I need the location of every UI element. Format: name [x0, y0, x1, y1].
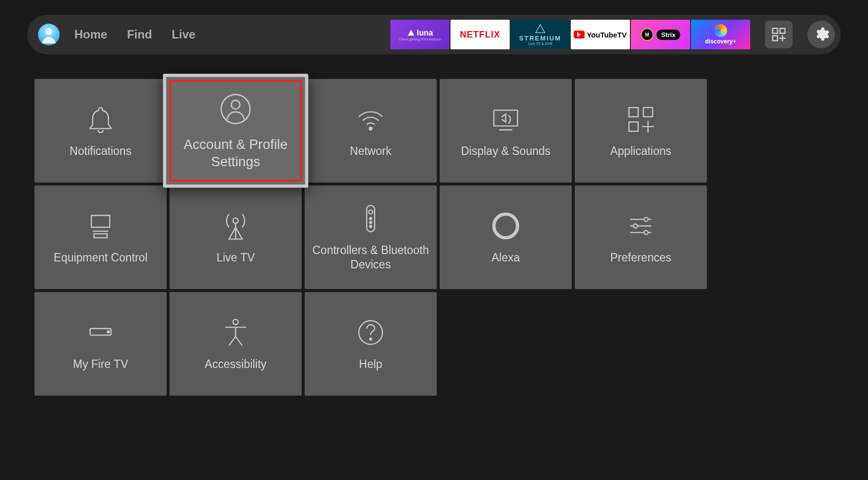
settings-tile-myfiretv[interactable]: My Fire TV [35, 292, 167, 396]
svg-point-39 [370, 338, 372, 340]
nav-links: Home Find Live [74, 28, 195, 41]
settings-tile-help[interactable]: Help [305, 292, 437, 396]
nav-home[interactable]: Home [74, 28, 107, 41]
app-stremium-sub: Live TV & DVR [528, 42, 553, 45]
svg-point-24 [494, 214, 518, 238]
settings-button[interactable] [807, 21, 835, 48]
settings-tile-display[interactable]: Display & Sounds [440, 79, 572, 183]
app-strix[interactable]: M Strix [631, 20, 690, 49]
sliders-icon [625, 210, 657, 242]
youtube-icon [574, 31, 585, 38]
nav-live[interactable]: Live [172, 28, 195, 41]
wifi-icon [355, 104, 386, 135]
settings-tile-label: Accessibility [205, 357, 266, 371]
profile-avatar[interactable] [38, 24, 60, 45]
stremium-icon [535, 24, 546, 35]
settings-tile-label: Live TV [216, 251, 255, 265]
app-luna-label: luna [417, 29, 433, 37]
settings-tile-applications[interactable]: Applications [575, 79, 707, 183]
alexa-icon [490, 210, 521, 242]
settings-tile-label: Alexa [491, 251, 520, 265]
strix-icon: M [641, 28, 654, 41]
accessibility-icon [220, 317, 251, 348]
app-shortcut-row: luna Cloud gaming from amazon NETFLIX ST… [390, 20, 750, 49]
app-netflix-label: NETFLIX [460, 30, 500, 40]
person-icon [218, 92, 253, 126]
nav-find[interactable]: Find [127, 28, 152, 41]
svg-rect-1 [773, 29, 778, 34]
svg-point-23 [370, 225, 372, 227]
svg-rect-9 [629, 108, 638, 117]
svg-rect-16 [94, 234, 107, 238]
app-youtubetv-label: YouTubeTV [587, 31, 626, 39]
svg-rect-14 [91, 215, 109, 227]
svg-rect-10 [643, 108, 653, 117]
svg-point-26 [644, 217, 648, 221]
app-netflix[interactable]: NETFLIX [451, 20, 510, 49]
svg-rect-3 [773, 36, 778, 41]
top-navigation-bar: Home Find Live luna Cloud gaming from am… [27, 15, 841, 54]
apps-grid-icon [771, 27, 786, 42]
settings-tile-label: Applications [610, 144, 671, 158]
settings-tile-label: Controllers & Bluetooth Devices [312, 243, 430, 272]
svg-line-37 [236, 336, 242, 346]
settings-tile-label: Notifications [69, 144, 131, 158]
svg-point-28 [633, 224, 637, 228]
settings-tile-account[interactable]: Account & Profile Settings [163, 74, 309, 188]
svg-point-30 [644, 230, 648, 234]
settings-tile-notifications[interactable]: Notifications [35, 79, 167, 183]
svg-point-33 [233, 319, 239, 325]
luna-icon [407, 29, 415, 37]
apps-grid-button[interactable] [765, 21, 793, 48]
svg-rect-11 [629, 122, 638, 131]
app-discovery-label: discovery+ [705, 38, 736, 45]
app-youtubetv[interactable]: YouTubeTV [571, 20, 630, 49]
help-icon [355, 317, 386, 348]
svg-point-32 [107, 331, 109, 332]
settings-tile-equipment[interactable]: Equipment Control [35, 185, 167, 289]
settings-tile-label: Equipment Control [54, 251, 148, 265]
svg-point-21 [370, 218, 372, 220]
svg-point-20 [369, 210, 373, 214]
settings-tile-alexa[interactable]: Alexa [440, 185, 572, 289]
gear-icon [813, 26, 830, 43]
discovery-icon [714, 24, 727, 37]
firetv-icon [85, 317, 116, 348]
svg-point-5 [231, 100, 240, 109]
svg-point-22 [370, 222, 372, 223]
settings-tile-label: Network [350, 144, 391, 158]
apps-icon [625, 104, 657, 135]
svg-line-36 [229, 336, 236, 346]
bell-icon [85, 104, 116, 135]
app-stremium-label: STREMIUM [519, 35, 561, 42]
settings-tile-livetv[interactable]: Live TV [170, 185, 302, 289]
remote-icon [355, 203, 386, 234]
settings-tile-controllers[interactable]: Controllers & Bluetooth Devices [305, 185, 437, 289]
antenna-icon [220, 210, 251, 242]
settings-tile-preferences[interactable]: Preferences [575, 185, 707, 289]
settings-tile-label: Help [359, 357, 382, 371]
app-stremium[interactable]: STREMIUM Live TV & DVR [511, 20, 570, 49]
app-discovery[interactable]: discovery+ [691, 20, 750, 49]
settings-tile-label: Display & Sounds [461, 144, 551, 158]
equipment-icon [85, 210, 116, 242]
app-strix-label: Strix [657, 30, 681, 40]
svg-point-6 [369, 127, 372, 130]
display-icon [490, 104, 521, 135]
svg-point-0 [45, 28, 52, 35]
svg-point-17 [233, 218, 239, 223]
svg-rect-2 [780, 29, 785, 34]
person-icon [39, 25, 59, 44]
settings-tile-label: Account & Profile Settings [172, 136, 300, 170]
settings-tile-label: Preferences [610, 251, 671, 265]
settings-tile-accessibility[interactable]: Accessibility [170, 292, 302, 396]
settings-tile-network[interactable]: Network [305, 79, 437, 183]
app-luna[interactable]: luna Cloud gaming from amazon [390, 20, 450, 49]
settings-grid: NotificationsAccount & Profile SettingsN… [35, 79, 833, 396]
settings-tile-label: My Fire TV [73, 357, 128, 371]
